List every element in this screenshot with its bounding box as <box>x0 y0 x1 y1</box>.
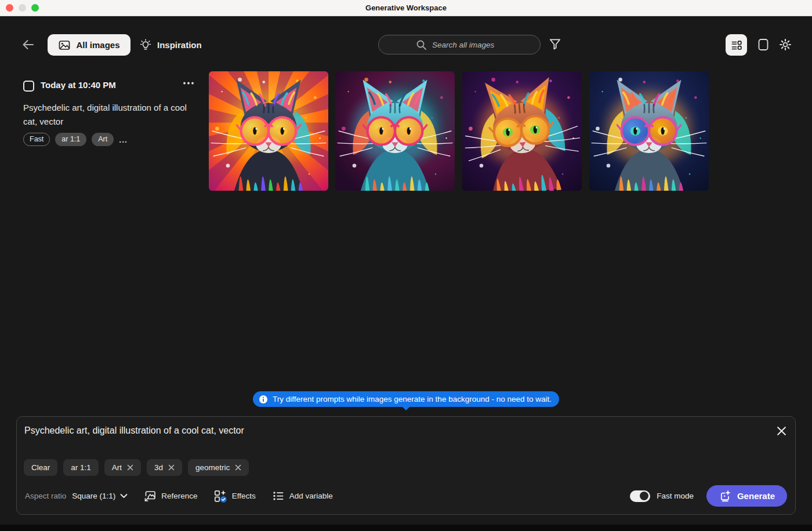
window-title: Generative Workspace <box>0 0 812 16</box>
tag-art[interactable]: Art <box>92 133 114 146</box>
filter-funnel-icon <box>549 38 561 50</box>
effects-button[interactable]: Effects <box>213 489 256 503</box>
generated-image-1[interactable] <box>209 71 328 191</box>
chip-3d[interactable]: 3d <box>147 459 182 476</box>
back-button[interactable] <box>21 38 36 52</box>
back-arrow-icon <box>21 38 36 52</box>
chip-ar-1-1[interactable]: ar 1:1 <box>63 459 99 476</box>
remove-chip-icon[interactable] <box>168 464 175 471</box>
aspect-ratio-value: Square (1:1) <box>72 492 115 500</box>
reference-button[interactable]: Reference <box>143 489 197 503</box>
chip-label: Clear <box>31 463 50 472</box>
chip-geometric[interactable]: geometric <box>188 459 249 476</box>
ellipsis-icon <box>182 81 195 85</box>
fast-mode-toggle[interactable] <box>630 490 650 502</box>
tag-ar-1-1[interactable]: ar 1:1 <box>55 133 86 146</box>
list-view-button[interactable] <box>726 34 747 56</box>
info-icon <box>259 395 268 404</box>
generate-label: Generate <box>737 491 775 501</box>
close-panel-button[interactable] <box>774 424 788 438</box>
remove-chip-icon[interactable] <box>127 464 133 471</box>
generated-image-4[interactable] <box>589 71 709 191</box>
variable-list-icon <box>271 489 285 503</box>
chip-label: 3d <box>154 463 163 472</box>
more-options-button[interactable] <box>182 81 195 85</box>
tab-inspiration-label: Inspiration <box>157 40 202 50</box>
generation-tags: Fastar 1:1Art... <box>23 133 128 146</box>
list-view-icon <box>730 39 742 51</box>
prompt-composer-panel: Psychedelic art, digital illustration of… <box>16 416 796 515</box>
search-icon <box>416 39 427 50</box>
chip-label: geometric <box>195 463 230 472</box>
close-icon <box>776 425 787 437</box>
chip-art[interactable]: Art <box>104 459 141 476</box>
chip-label: Art <box>112 463 122 472</box>
select-generation-checkbox[interactable] <box>23 81 34 92</box>
grid-view-icon <box>756 38 770 52</box>
gear-icon <box>778 38 792 52</box>
tags-overflow[interactable]: ... <box>119 135 128 144</box>
reference-label: Reference <box>161 492 197 500</box>
generation-timestamp: Today at 10:40 PM <box>41 80 116 90</box>
toggle-knob <box>640 492 648 500</box>
generate-sparkle-icon <box>719 489 732 503</box>
window-bottom-edge <box>0 525 812 531</box>
search-input[interactable] <box>432 41 525 49</box>
tag-fast[interactable]: Fast <box>23 133 50 146</box>
workspace: All images Inspiration <box>0 16 812 525</box>
add-variable-button[interactable]: Add variable <box>271 489 333 503</box>
remove-chip-icon[interactable] <box>235 464 241 471</box>
chip-clear[interactable]: Clear <box>24 459 57 476</box>
tab-all-images[interactable]: All images <box>48 34 130 56</box>
search-bar[interactable] <box>378 35 541 54</box>
aspect-ratio-dropdown[interactable]: Aspect ratio Square (1:1) <box>25 492 128 500</box>
photo-icon <box>58 39 71 52</box>
tab-inspiration[interactable]: Inspiration <box>139 34 202 56</box>
generation-prompt-text: Psychedelic art, digital illustration of… <box>23 101 198 129</box>
titlebar: Generative Workspace <box>0 0 812 16</box>
tip-banner-text: Try different prompts while images gener… <box>273 395 552 403</box>
aspect-ratio-label: Aspect ratio <box>25 492 66 500</box>
grid-view-button[interactable] <box>756 38 770 52</box>
chevron-down-icon <box>120 493 128 499</box>
composer-controls: Aspect ratio Square (1:1) <box>25 485 787 507</box>
prompt-input[interactable]: Psychedelic art, digital illustration of… <box>24 425 766 436</box>
generated-image-2[interactable] <box>335 71 455 191</box>
generated-image-3[interactable] <box>462 71 582 191</box>
effects-label: Effects <box>232 492 256 500</box>
chip-label: ar 1:1 <box>71 463 91 472</box>
settings-button[interactable] <box>778 38 792 52</box>
generate-button[interactable]: Generate <box>706 485 787 507</box>
app-window: Generative Workspace All images <box>0 0 812 531</box>
prompt-chips: Clearar 1:1Art3dgeometric <box>24 459 249 476</box>
effects-icon <box>213 489 227 503</box>
tip-banner-notch <box>402 406 410 410</box>
reference-image-icon <box>143 489 157 503</box>
fast-mode-label: Fast mode <box>657 492 694 500</box>
filter-button[interactable] <box>549 38 561 50</box>
tab-all-images-label: All images <box>76 40 119 50</box>
tip-banner: Try different prompts while images gener… <box>253 391 559 407</box>
add-variable-label: Add variable <box>289 492 333 500</box>
lightbulb-icon <box>139 39 152 52</box>
